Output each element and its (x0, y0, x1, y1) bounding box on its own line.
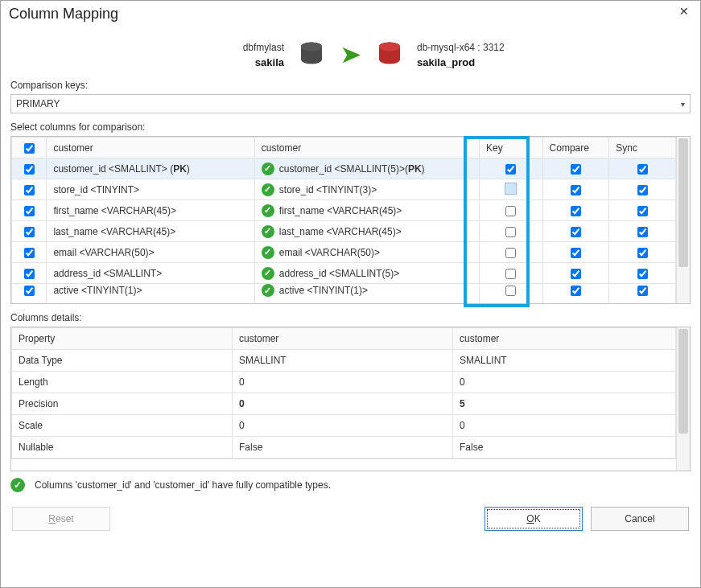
sync-cell[interactable] (609, 263, 676, 284)
header-source[interactable]: customer (47, 138, 254, 158)
key-checkbox[interactable] (505, 286, 516, 296)
table-row[interactable]: first_name <VARCHAR(45)>✓first_name <VAR… (12, 200, 676, 221)
sync-checkbox[interactable] (637, 164, 648, 175)
table-row[interactable]: address_id <SMALLINT>✓address_id <SMALLI… (12, 263, 676, 284)
target-column-cell[interactable]: ✓store_id <TINYINT(3)> (254, 179, 479, 200)
target-column-cell[interactable]: ✓last_name <VARCHAR(45)> (254, 221, 479, 242)
table-row[interactable]: customer_id <SMALLINT> (PK)✓customer_id … (12, 158, 676, 179)
sync-cell[interactable] (609, 179, 676, 200)
compare-checkbox[interactable] (571, 286, 581, 296)
compare-checkbox[interactable] (571, 248, 581, 258)
target-column-cell[interactable]: ✓email <VARCHAR(50)> (254, 242, 479, 263)
table-row[interactable]: Length00 (12, 372, 676, 393)
sync-checkbox[interactable] (637, 248, 648, 258)
key-checkbox[interactable] (505, 248, 516, 258)
sync-cell[interactable] (609, 284, 676, 304)
sync-cell[interactable] (609, 221, 676, 242)
sync-cell[interactable] (609, 158, 676, 179)
close-icon[interactable]: ✕ (676, 6, 692, 17)
key-cell[interactable] (479, 200, 542, 221)
sync-cell[interactable] (609, 242, 676, 263)
table-row[interactable]: last_name <VARCHAR(45)>✓last_name <VARCH… (12, 221, 676, 242)
compare-checkbox[interactable] (571, 164, 581, 175)
sync-checkbox[interactable] (637, 286, 648, 296)
compare-cell[interactable] (542, 263, 609, 284)
reset-button[interactable]: Reset (12, 507, 110, 531)
target-column-cell[interactable]: ✓first_name <VARCHAR(45)> (254, 200, 479, 221)
compare-cell[interactable] (542, 158, 609, 179)
compare-cell[interactable] (542, 221, 609, 242)
table-row[interactable]: NullableFalseFalse (12, 437, 676, 458)
row-checkbox-cell[interactable] (12, 221, 47, 242)
table-row[interactable]: store_id <TINYINT>✓store_id <TINYINT(3)> (12, 179, 676, 200)
sync-checkbox[interactable] (637, 269, 648, 279)
key-cell[interactable] (479, 284, 542, 304)
table-row[interactable]: active <TINYINT(1)>✓active <TINYINT(1)> (12, 284, 676, 304)
compare-cell[interactable] (542, 284, 609, 304)
sync-checkbox[interactable] (637, 185, 648, 195)
comparison-keys-select[interactable]: PRIMARY ▾ (10, 94, 691, 113)
header-sync[interactable]: Sync (609, 138, 676, 158)
row-checkbox[interactable] (24, 227, 35, 237)
row-checkbox-cell[interactable] (12, 263, 47, 284)
row-checkbox-cell[interactable] (12, 284, 47, 304)
sync-checkbox[interactable] (637, 227, 648, 237)
compare-checkbox[interactable] (571, 206, 581, 216)
key-cell[interactable] (479, 158, 542, 179)
key-checkbox[interactable] (505, 227, 516, 237)
source-column-cell[interactable]: last_name <VARCHAR(45)> (47, 221, 254, 242)
ok-button[interactable]: OK (485, 507, 583, 531)
row-checkbox[interactable] (24, 269, 35, 279)
target-column-cell[interactable]: ✓active <TINYINT(1)> (254, 284, 479, 304)
key-focus-box[interactable] (505, 183, 517, 195)
compare-cell[interactable] (542, 179, 609, 200)
row-checkbox-cell[interactable] (12, 200, 47, 221)
scrollbar-thumb[interactable] (678, 329, 688, 434)
table-row[interactable]: Precision05 (12, 393, 676, 415)
target-column-cell[interactable]: ✓address_id <SMALLINT(5)> (254, 263, 479, 284)
sync-cell[interactable] (609, 200, 676, 221)
key-cell[interactable] (479, 263, 542, 284)
row-checkbox-cell[interactable] (12, 179, 47, 200)
row-checkbox-cell[interactable] (12, 158, 47, 179)
row-checkbox[interactable] (24, 286, 35, 296)
key-cell[interactable] (479, 179, 542, 200)
sync-checkbox[interactable] (637, 206, 648, 216)
header-target[interactable]: customer (254, 138, 479, 158)
cancel-button[interactable]: Cancel (591, 507, 689, 531)
row-checkbox[interactable] (24, 248, 35, 258)
key-cell[interactable] (479, 221, 542, 242)
compare-cell[interactable] (542, 200, 609, 221)
key-checkbox[interactable] (505, 164, 516, 175)
source-column-cell[interactable]: first_name <VARCHAR(45)> (47, 200, 254, 221)
table-row[interactable]: Scale00 (12, 415, 676, 437)
source-column-cell[interactable]: address_id <SMALLINT> (47, 263, 254, 284)
compare-checkbox[interactable] (571, 227, 581, 237)
source-column-cell[interactable]: email <VARCHAR(50)> (47, 242, 254, 263)
row-checkbox-cell[interactable] (12, 242, 47, 263)
scrollbar-thumb[interactable] (678, 138, 688, 267)
details-header-source[interactable]: customer (233, 328, 453, 350)
header-compare[interactable]: Compare (542, 138, 609, 158)
details-header-target[interactable]: customer (453, 328, 676, 350)
key-checkbox[interactable] (505, 206, 516, 216)
compare-checkbox[interactable] (571, 185, 581, 195)
columns-scrollbar[interactable] (676, 137, 690, 303)
table-row[interactable]: Data TypeSMALLINTSMALLINT (12, 350, 676, 372)
select-all-checkbox[interactable] (24, 143, 35, 154)
select-all-checkbox-header[interactable] (12, 138, 47, 158)
source-column-cell[interactable]: active <TINYINT(1)> (47, 284, 254, 304)
row-checkbox[interactable] (24, 185, 35, 195)
key-checkbox[interactable] (505, 269, 516, 279)
target-column-cell[interactable]: ✓customer_id <SMALLINT(5)> (PK) (254, 158, 479, 179)
row-checkbox[interactable] (24, 164, 35, 175)
key-cell[interactable] (479, 242, 542, 263)
compare-cell[interactable] (542, 242, 609, 263)
details-header-property[interactable]: Property (12, 328, 233, 350)
source-column-cell[interactable]: customer_id <SMALLINT> (PK) (47, 158, 254, 179)
header-key[interactable]: Key (479, 138, 542, 158)
table-row[interactable]: email <VARCHAR(50)>✓email <VARCHAR(50)> (12, 242, 676, 263)
source-column-cell[interactable]: store_id <TINYINT> (47, 179, 254, 200)
compare-checkbox[interactable] (571, 269, 581, 279)
row-checkbox[interactable] (24, 206, 35, 216)
